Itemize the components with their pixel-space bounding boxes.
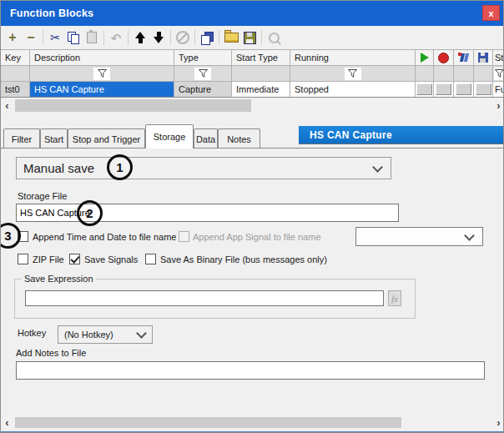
save-expression-label: Save Expression bbox=[22, 274, 96, 284]
row-button bbox=[476, 83, 491, 95]
annotation-circle-2: 2 bbox=[77, 200, 103, 226]
toolbar-separator bbox=[219, 30, 219, 45]
table-row[interactable]: tst0 HS CAN Capture Capture Immediate St… bbox=[1, 82, 504, 98]
append-time-label: Append Time and Date to file name bbox=[33, 232, 176, 242]
close-button[interactable]: x bbox=[482, 5, 500, 21]
save-binary-checkbox[interactable] bbox=[145, 254, 156, 264]
filter-cell-icon bbox=[474, 66, 493, 81]
column-header-report[interactable] bbox=[454, 50, 474, 65]
row-button bbox=[416, 83, 432, 95]
title-bar[interactable]: Function Blocks bbox=[1, 1, 504, 26]
report-icon bbox=[458, 53, 470, 63]
append-app-signal-checkbox[interactable] bbox=[179, 231, 189, 242]
save-binary-label: Save As Binary File (bus messages only) bbox=[160, 254, 327, 264]
toolbar-separator bbox=[128, 30, 129, 45]
save-expression-input[interactable] bbox=[25, 290, 384, 306]
cell-type[interactable]: Capture bbox=[174, 82, 232, 97]
scrollbar-thumb[interactable] bbox=[15, 417, 401, 428]
remove-icon: − bbox=[27, 31, 34, 44]
tab-strip-baseline bbox=[1, 148, 504, 149]
cell-start-button[interactable] bbox=[416, 82, 434, 97]
disable-button[interactable] bbox=[174, 29, 192, 46]
app-signal-dropdown[interactable] bbox=[355, 227, 483, 246]
tab-stop-and-trigger[interactable]: Stop and Trigger bbox=[68, 128, 145, 149]
cell-start-type[interactable]: Immediate bbox=[232, 82, 290, 97]
column-header-running[interactable]: Running bbox=[290, 50, 416, 65]
save-signals-checkbox[interactable] bbox=[69, 254, 80, 264]
column-header-key[interactable]: Key bbox=[1, 50, 30, 65]
save-signals-label: Save Signals bbox=[84, 254, 138, 264]
scrollbar-thumb[interactable] bbox=[15, 99, 251, 112]
save-mode-dropdown[interactable]: Manual save bbox=[16, 157, 391, 179]
cell-record-button[interactable] bbox=[434, 82, 454, 97]
move-up-button[interactable] bbox=[131, 29, 149, 46]
tab-storage[interactable]: Storage bbox=[145, 124, 194, 149]
cell-report-button[interactable] bbox=[454, 82, 474, 97]
row-button bbox=[456, 83, 471, 95]
append-app-signal-label: Append App Signal to file name bbox=[193, 232, 321, 242]
cell-save-button[interactable] bbox=[474, 82, 493, 97]
filter-cell-type bbox=[174, 66, 232, 81]
funnel-icon bbox=[198, 68, 209, 78]
hotkey-label: Hotkey bbox=[18, 328, 46, 338]
filter-cell-start-type bbox=[232, 66, 290, 81]
save-file-button[interactable] bbox=[240, 29, 259, 46]
filter-cell-running bbox=[290, 66, 416, 81]
save-expression-group: Save Expression fx bbox=[14, 279, 416, 319]
storage-file-label: Storage File bbox=[18, 191, 67, 201]
column-header-save[interactable] bbox=[474, 50, 493, 65]
column-header-status[interactable]: St bbox=[493, 50, 504, 65]
filter-funnel-button[interactable] bbox=[93, 68, 110, 80]
toolbar-separator bbox=[170, 30, 171, 45]
zip-file-checkbox[interactable] bbox=[18, 254, 28, 264]
cell-status[interactable]: Fu bbox=[493, 82, 504, 97]
scroll-right-arrow[interactable]: › bbox=[492, 98, 504, 113]
column-header-record[interactable] bbox=[434, 50, 454, 65]
hotkey-dropdown[interactable]: (No Hotkey) bbox=[58, 325, 153, 344]
chevron-down-icon bbox=[372, 162, 383, 173]
open-folder-icon bbox=[224, 33, 239, 43]
paste-button[interactable] bbox=[83, 29, 101, 46]
undo-icon: ↶ bbox=[111, 32, 122, 44]
filter-funnel-button[interactable] bbox=[194, 68, 211, 80]
arrow-up-icon bbox=[135, 32, 145, 43]
undo-button[interactable]: ↶ bbox=[107, 29, 125, 46]
scroll-left-arrow[interactable]: ‹ bbox=[1, 98, 13, 113]
filter-cell-icon bbox=[416, 66, 434, 81]
toolbar: + − ✂ ↶ bbox=[1, 26, 504, 49]
save-mode-value: Manual save bbox=[17, 161, 94, 175]
scroll-left-arrow[interactable]: ‹ bbox=[1, 415, 13, 430]
cascade-windows-button[interactable] bbox=[198, 29, 216, 46]
chevron-down-icon bbox=[464, 230, 475, 241]
tab-data[interactable]: Data bbox=[194, 128, 218, 149]
tab-notes[interactable]: Notes bbox=[218, 128, 260, 149]
filter-funnel-button[interactable] bbox=[494, 68, 504, 80]
tab-start[interactable]: Start bbox=[40, 128, 68, 149]
open-file-button[interactable] bbox=[222, 29, 240, 46]
column-header-type[interactable]: Type bbox=[174, 50, 232, 65]
toolbar-separator bbox=[43, 30, 43, 45]
column-header-description[interactable]: Description bbox=[30, 50, 174, 65]
copy-button[interactable] bbox=[64, 29, 83, 46]
cell-key[interactable]: tst0 bbox=[1, 82, 30, 97]
move-down-button[interactable] bbox=[149, 29, 168, 46]
storage-file-input[interactable] bbox=[16, 204, 399, 222]
cell-description-selected[interactable]: HS CAN Capture bbox=[30, 82, 174, 97]
column-header-start-type[interactable]: Start Type bbox=[232, 50, 290, 65]
scroll-right-arrow[interactable]: › bbox=[492, 415, 504, 430]
cut-button[interactable]: ✂ bbox=[46, 29, 64, 46]
remove-button[interactable]: − bbox=[22, 29, 40, 46]
magnifier-icon bbox=[269, 33, 280, 43]
cell-running[interactable]: Stopped bbox=[290, 82, 416, 97]
add-notes-input[interactable] bbox=[16, 361, 485, 380]
zip-file-label: ZIP File bbox=[33, 254, 64, 264]
tab-filter[interactable]: Filter bbox=[3, 128, 40, 149]
add-button[interactable]: + bbox=[3, 29, 22, 46]
chevron-down-icon bbox=[136, 328, 147, 339]
expression-builder-button[interactable]: fx bbox=[388, 290, 401, 306]
column-header-start[interactable] bbox=[416, 50, 434, 65]
banner-title: HS CAN Capture bbox=[310, 129, 392, 141]
filter-funnel-button[interactable] bbox=[345, 68, 361, 80]
funnel-icon bbox=[494, 68, 504, 78]
find-button[interactable] bbox=[265, 29, 283, 46]
